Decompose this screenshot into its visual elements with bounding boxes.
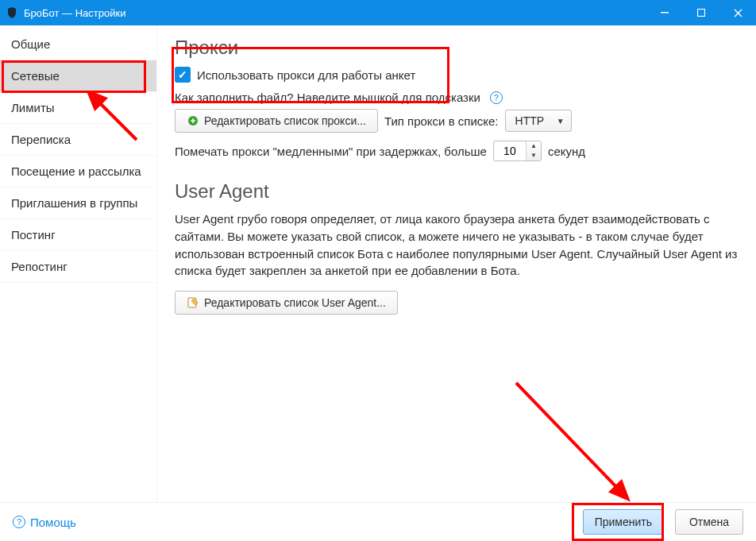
sidebar-item-label: Сетевые — [11, 69, 60, 83]
slow-proxy-label-suffix: секунд — [548, 145, 585, 158]
help-label: Помощь — [30, 516, 76, 529]
sidebar-item-label: Посещение и рассылка — [11, 164, 141, 178]
cancel-button[interactable]: Отмена — [675, 509, 743, 535]
user-agent-heading: User Agent — [175, 180, 739, 203]
help-icon[interactable]: ? — [490, 91, 503, 104]
content-panel: Прокси ✓ Использовать прокси для работы … — [157, 25, 756, 502]
edit-proxy-list-button[interactable]: Редактировать список прокси... — [175, 109, 378, 133]
apply-button[interactable]: Применить — [583, 509, 664, 535]
sidebar-item-limits[interactable]: Лимиты — [0, 92, 156, 124]
sidebar-item-general[interactable]: Общие — [0, 29, 156, 60]
sidebar-item-reposting[interactable]: Репостинг — [0, 251, 156, 283]
edit-icon — [187, 114, 199, 127]
svg-rect-1 — [698, 10, 705, 17]
sidebar-item-visiting[interactable]: Посещение и рассылка — [0, 156, 156, 187]
button-label: Редактировать список User Agent... — [204, 296, 386, 309]
maximize-button[interactable] — [683, 0, 719, 25]
sidebar-item-label: Лимиты — [11, 101, 55, 114]
sidebar-item-label: Постинг — [11, 228, 56, 242]
sidebar-item-label: Приглашения в группы — [11, 196, 137, 210]
spin-down-icon[interactable]: ▼ — [526, 151, 541, 160]
button-label: Редактировать список прокси... — [204, 114, 366, 127]
close-button[interactable] — [719, 0, 756, 25]
use-proxy-label: Использовать прокси для работы анкет — [197, 68, 415, 82]
help-icon: ? — [13, 516, 25, 528]
help-link[interactable]: ? Помощь — [13, 516, 76, 529]
svg-rect-0 — [661, 12, 669, 14]
spin-up-icon[interactable]: ▲ — [526, 141, 541, 151]
minimize-button[interactable] — [646, 0, 683, 25]
sidebar-item-label: Переписка — [11, 133, 71, 146]
sidebar-item-network[interactable]: Сетевые — [0, 60, 156, 92]
sidebar-item-posting[interactable]: Постинг — [0, 219, 156, 251]
titlebar: БроБот — Настройки — [0, 0, 756, 25]
proxy-type-select[interactable]: HTTP ▼ — [505, 110, 572, 132]
select-value: HTTP — [515, 114, 545, 127]
app-icon — [5, 6, 19, 20]
slow-proxy-seconds-input[interactable]: ▲ ▼ — [493, 141, 542, 161]
use-proxy-checkbox[interactable]: ✓ — [175, 67, 191, 83]
sidebar-item-label: Репостинг — [11, 260, 68, 273]
proxy-heading: Прокси — [175, 37, 739, 59]
sidebar-item-group-invites[interactable]: Приглашения в группы — [0, 187, 156, 219]
button-label: Применить — [595, 516, 652, 528]
slow-proxy-label-prefix: Помечать прокси "медленными" при задержк… — [175, 145, 487, 158]
window-title: БроБот — Настройки — [24, 7, 125, 19]
proxy-hint-text: Как заполнить файл? Наведите мышкой для … — [175, 91, 480, 104]
chevron-down-icon: ▼ — [557, 117, 565, 126]
use-proxy-row: ✓ Использовать прокси для работы анкет — [175, 67, 739, 83]
button-label: Отмена — [689, 516, 729, 528]
sidebar: Общие Сетевые Лимиты Переписка Посещение… — [0, 25, 157, 502]
edit-user-agent-list-button[interactable]: Редактировать список User Agent... — [175, 291, 398, 315]
slow-seconds-value[interactable] — [494, 141, 526, 160]
sidebar-item-messaging[interactable]: Переписка — [0, 124, 156, 156]
edit-icon — [187, 296, 199, 309]
proxy-type-label: Тип прокси в списке: — [384, 114, 499, 128]
footer: ? Помощь Применить Отмена — [0, 502, 756, 541]
user-agent-description: User Agent грубо говоря определяет, от л… — [175, 211, 739, 280]
sidebar-item-label: Общие — [11, 37, 50, 51]
